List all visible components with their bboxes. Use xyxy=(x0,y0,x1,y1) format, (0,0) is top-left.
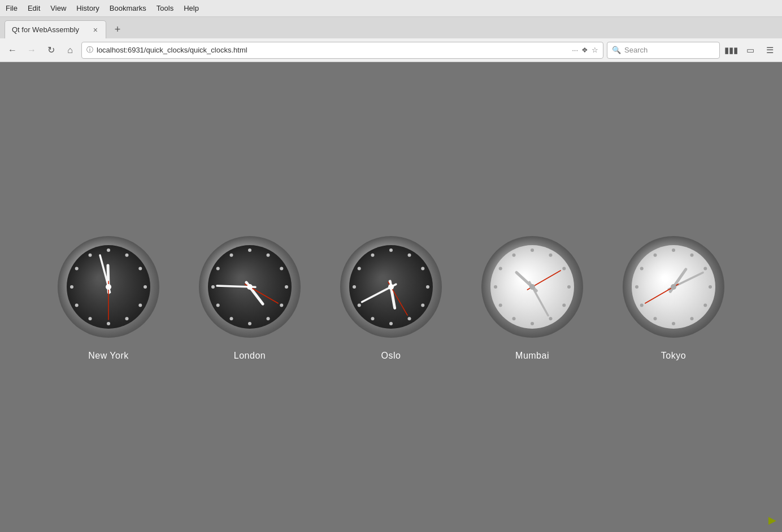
home-button[interactable]: ⌂ xyxy=(62,42,78,58)
menu-tools[interactable]: Tools xyxy=(157,4,173,12)
tab-title: Qt for WebAssembly xyxy=(12,25,88,34)
url-bar[interactable]: ⓘ localhost:6931/quick_clocks/quick_cloc… xyxy=(81,42,603,59)
clock-label-mumbai: Mumbai xyxy=(515,351,549,361)
clock-label-new-york: New York xyxy=(88,351,129,361)
clock-oslo xyxy=(337,233,445,341)
page-content: New YorkLondonOsloMumbaiTokyo ▶ xyxy=(0,62,782,532)
clock-wrapper-london: London xyxy=(196,233,303,361)
pocket-icon[interactable]: ❖ xyxy=(581,46,588,54)
clock-tokyo xyxy=(620,233,727,341)
search-placeholder: Search xyxy=(624,46,648,54)
reload-button[interactable]: ↻ xyxy=(43,42,59,58)
status-icon: ▶ xyxy=(768,514,776,526)
menu-edit[interactable]: Edit xyxy=(28,4,40,12)
menu-view[interactable]: View xyxy=(50,4,66,12)
clock-wrapper-mumbai: Mumbai xyxy=(479,233,586,361)
info-icon: ⓘ xyxy=(86,45,93,55)
address-bar: ← → ↻ ⌂ ⓘ localhost:6931/quick_clocks/qu… xyxy=(0,38,782,62)
menu-bookmarks[interactable]: Bookmarks xyxy=(110,4,146,12)
tab-close-button[interactable]: × xyxy=(92,25,99,34)
clock-wrapper-new-york: New York xyxy=(55,233,162,361)
bookmark-star-icon[interactable]: ☆ xyxy=(592,46,598,54)
clock-london xyxy=(196,233,303,341)
menu-icon[interactable]: ☰ xyxy=(762,42,777,58)
clock-label-london: London xyxy=(234,351,266,361)
tab-bar: Qt for WebAssembly × + xyxy=(0,17,782,38)
clock-mumbai xyxy=(479,233,586,341)
menu-history[interactable]: History xyxy=(76,4,99,12)
clock-wrapper-tokyo: Tokyo xyxy=(620,233,727,361)
menu-bar: File Edit View History Bookmarks Tools H… xyxy=(0,0,782,17)
forward-button[interactable]: → xyxy=(24,42,40,58)
browser-window: File Edit View History Bookmarks Tools H… xyxy=(0,0,782,532)
toolbar-right: ▮▮▮ ▭ ☰ xyxy=(723,42,777,58)
browser-tab[interactable]: Qt for WebAssembly × xyxy=(5,20,106,38)
search-bar[interactable]: 🔍 Search xyxy=(607,42,720,59)
clock-wrapper-oslo: Oslo xyxy=(337,233,445,361)
clock-new-york xyxy=(55,233,162,341)
url-options-button[interactable]: ··· xyxy=(572,46,578,54)
new-tab-button[interactable]: + xyxy=(108,20,127,38)
clock-label-tokyo: Tokyo xyxy=(661,351,686,361)
menu-help[interactable]: Help xyxy=(184,4,199,12)
back-button[interactable]: ← xyxy=(5,42,20,58)
search-icon: 🔍 xyxy=(612,46,621,54)
url-text: localhost:6931/quick_clocks/quick_clocks… xyxy=(97,46,568,54)
sidebar-icon[interactable]: ▭ xyxy=(742,42,758,58)
menu-file[interactable]: File xyxy=(6,4,18,12)
library-icon[interactable]: ▮▮▮ xyxy=(723,42,739,58)
clock-label-oslo: Oslo xyxy=(381,351,401,361)
clocks-container: New YorkLondonOsloMumbaiTokyo xyxy=(55,233,727,361)
